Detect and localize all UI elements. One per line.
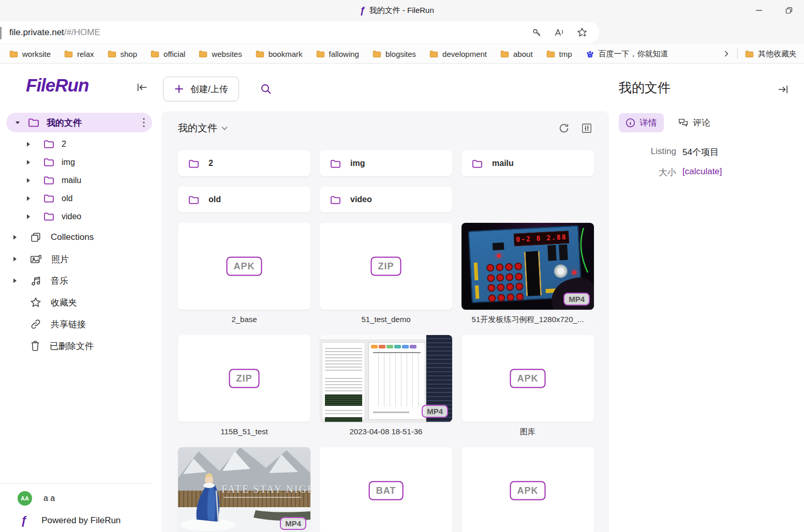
folder-yellow-icon (256, 50, 264, 58)
comments-icon (678, 118, 689, 128)
file-card[interactable]: ZIP (178, 335, 310, 422)
sidebar-item-link[interactable]: 共享链接 (0, 313, 155, 335)
minimize-button[interactable] (744, 0, 774, 21)
sidebar-collapse-icon[interactable] (137, 82, 148, 93)
sidebar-folder-video[interactable]: video (0, 207, 155, 225)
folder-icon (43, 212, 54, 221)
browser-titlebar: ƒ 我的文件 - FileRun (0, 0, 804, 21)
file-type-badge: ZIP (370, 257, 401, 276)
tab-comments[interactable]: 评论 (671, 113, 717, 132)
svg-text:du: du (589, 54, 591, 57)
sidebar-item-photos[interactable]: 照片 (0, 248, 155, 270)
search-icon[interactable] (260, 83, 272, 95)
caret-right-icon[interactable] (12, 256, 19, 262)
more-options-icon[interactable] (143, 118, 145, 127)
create-upload-button[interactable]: 创建/上传 (163, 77, 239, 101)
caret-right-icon[interactable] (26, 214, 32, 220)
password-key-icon[interactable] (532, 27, 542, 38)
file-card[interactable]: BAT (320, 447, 452, 532)
file-card[interactable]: FATE STAY NIGH MP4 (178, 447, 310, 532)
sidebar-folder-2[interactable]: 2 (0, 135, 155, 153)
bookmark-item[interactable]: websites (199, 50, 242, 58)
read-aloud-icon[interactable] (554, 27, 565, 38)
file-type-badge: MP4 (563, 293, 590, 306)
user-avatar: AA (18, 491, 32, 506)
user-account[interactable]: AA a a (18, 491, 152, 506)
folder-icon (188, 195, 199, 204)
folder-card-video[interactable]: video (320, 187, 452, 212)
file-list-panel: 我的文件 2 img mailu old video A (161, 111, 609, 532)
file-card[interactable]: ZIP (320, 223, 452, 310)
sidebar-folder-old[interactable]: old (0, 189, 155, 207)
bookmark-item-baidu[interactable]: du 百度一下，你就知道 (586, 49, 668, 59)
caret-right-icon[interactable] (26, 159, 32, 165)
sidebar-item-collections[interactable]: Collections (0, 226, 155, 248)
caret-right-icon[interactable] (26, 141, 32, 147)
file-card[interactable]: MP4 (320, 335, 452, 422)
restore-button[interactable] (774, 0, 804, 21)
bookmarks-overflow-chevron[interactable] (723, 50, 730, 57)
file-card[interactable]: APK (461, 335, 594, 422)
file-card[interactable]: APK (461, 447, 594, 532)
sidebar-folder-mailu[interactable]: mailu (0, 171, 155, 189)
caret-down-icon[interactable] (14, 119, 21, 126)
file-name: 2_base (178, 315, 310, 324)
file-name: 51开发板练习例程_1280x720_... (461, 315, 594, 325)
address-bar-row: file.private.net/#/HOME (0, 21, 804, 44)
folder-card-mailu[interactable]: mailu (461, 150, 594, 176)
caret-right-icon[interactable] (26, 195, 32, 202)
sidebar-folder-img[interactable]: img (0, 153, 155, 171)
filerun-mini-logo: ƒ (21, 514, 27, 527)
breadcrumb[interactable]: 我的文件 (178, 121, 228, 135)
bookmark-item[interactable]: relax (64, 50, 94, 58)
other-bookmarks-folder[interactable]: 其他收藏夹 (745, 49, 797, 59)
folder-yellow-icon (151, 50, 159, 58)
folder-yellow-icon (64, 50, 73, 58)
size-calculate-link[interactable]: [calculate] (682, 166, 722, 178)
panel-collapse-icon[interactable] (777, 84, 788, 95)
folder-icon (330, 195, 341, 204)
caret-right-icon[interactable] (12, 234, 19, 240)
details-title: 我的文件 (619, 79, 671, 96)
tab-details[interactable]: 详情 (619, 113, 664, 132)
bookmark-item[interactable]: fallowing (316, 50, 359, 58)
bookmarks-divider (737, 49, 738, 59)
bookmark-item[interactable]: shop (108, 50, 138, 58)
folder-yellow-icon (9, 50, 18, 58)
bookmark-item[interactable]: worksite (9, 50, 51, 58)
file-card[interactable]: 0-2 8 2.88 MP4 (461, 223, 594, 310)
refresh-icon[interactable] (558, 123, 570, 134)
file-type-badge: APK (226, 257, 262, 276)
sidebar-item-star[interactable]: 收藏夹 (0, 292, 155, 313)
file-item: MP4 2023-04-08 18-51-36 (320, 335, 452, 437)
bookmark-item[interactable]: tmp (546, 50, 572, 58)
bookmark-item[interactable]: official (151, 50, 185, 58)
user-name: a a (43, 494, 55, 503)
sidebar-item-my-files[interactable]: 我的文件 (6, 113, 152, 132)
caret-right-icon[interactable] (26, 177, 32, 184)
folder-card-img[interactable]: img (320, 150, 452, 176)
file-item: ZIP 115B_51_test (178, 335, 310, 437)
sidebar-item-trash[interactable]: 已删除文件 (0, 335, 155, 357)
caret-right-icon[interactable] (12, 278, 19, 284)
bookmark-item[interactable]: blogsites (373, 50, 416, 58)
baidu-paw-icon: du (586, 50, 594, 58)
bookmark-item[interactable]: development (429, 50, 487, 58)
file-card[interactable]: APK (178, 223, 310, 310)
address-left-edge (0, 27, 2, 39)
view-options-icon[interactable] (581, 123, 592, 134)
file-type-badge: APK (510, 369, 545, 388)
bookmark-item[interactable]: bookmark (256, 50, 303, 58)
folder-card-old[interactable]: old (178, 187, 310, 212)
chevron-down-icon[interactable] (221, 126, 228, 130)
address-field[interactable]: file.private.net/#/HOME (0, 22, 599, 43)
bookmark-item[interactable]: about (500, 50, 533, 58)
folder-card-2[interactable]: 2 (178, 150, 310, 176)
file-type-badge: ZIP (229, 369, 259, 388)
favorite-star-icon[interactable] (576, 27, 588, 38)
file-item: ZIP 51_test_demo (320, 223, 452, 325)
file-item: BAT (320, 447, 452, 532)
sidebar-item-music[interactable]: 音乐 (0, 270, 155, 292)
sidebar-root-label: 我的文件 (47, 117, 143, 129)
url-text[interactable]: file.private.net/#/HOME (9, 27, 532, 38)
